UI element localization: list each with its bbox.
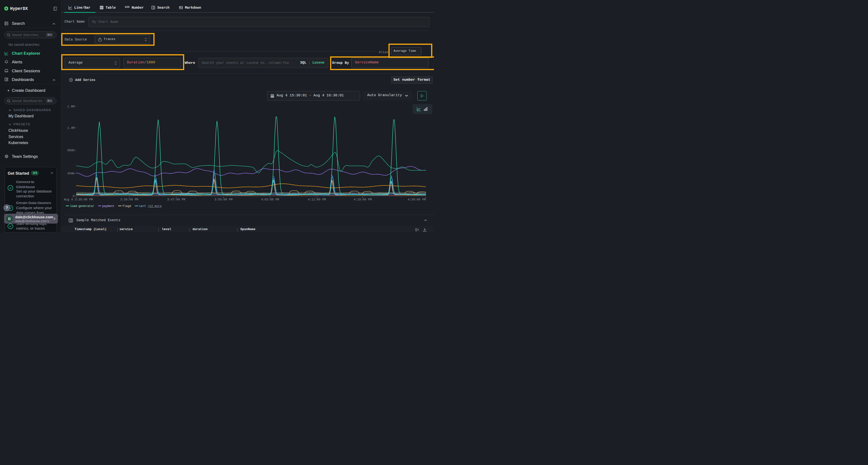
- svg-text:3:39:00 PM: 3:39:00 PM: [120, 198, 138, 201]
- svg-text:4:19:00 PM: 4:19:00 PM: [353, 198, 372, 201]
- svg-text:1.4M: 1.4M: [67, 127, 74, 130]
- svg-text:3:55:00 PM: 3:55:00 PM: [214, 198, 232, 201]
- svg-text:450K: 450K: [67, 172, 75, 175]
- svg-text:Aug 4 3:30:00 PM: Aug 4 3:30:00 PM: [64, 198, 93, 201]
- svg-text:3:47:00 PM: 3:47:00 PM: [167, 198, 185, 201]
- svg-text:4:11:00 PM: 4:11:00 PM: [308, 198, 326, 201]
- svg-text:4:03:00 PM: 4:03:00 PM: [261, 198, 279, 201]
- svg-text:4:30:00 PM: 4:30:00 PM: [408, 198, 426, 201]
- svg-text:900K: 900K: [67, 149, 75, 152]
- svg-text:0: 0: [72, 195, 74, 198]
- svg-text:1.8M: 1.8M: [67, 105, 74, 108]
